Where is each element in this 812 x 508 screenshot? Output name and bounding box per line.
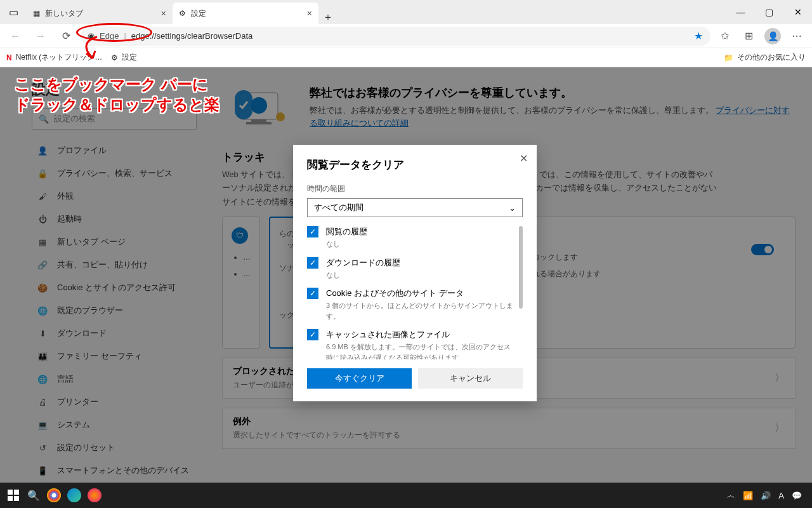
tray-ime[interactable]: A xyxy=(778,491,784,500)
item-sub: 3 個のサイトから。ほとんどのサイトからサインアウトします。 xyxy=(326,300,516,321)
minimize-button[interactable]: — xyxy=(726,0,755,24)
close-icon[interactable]: × xyxy=(307,8,312,18)
sidebar-item[interactable]: 👤プロファイル xyxy=(32,141,197,160)
start-button[interactable] xyxy=(4,486,23,505)
time-range-select[interactable]: すべての期間 ⌄ xyxy=(307,198,523,217)
settings-sidebar: 設定 🔍 設定の検索 👤プロファイル🔒プライバシー、検索、サービス🖌外観⏻起動時… xyxy=(0,67,203,483)
taskbar-firefox[interactable] xyxy=(88,488,102,502)
sidebar-item[interactable]: 🍪Cookie とサイトのアクセス許可 xyxy=(32,278,197,297)
svg-rect-7 xyxy=(8,496,13,501)
chevron-right-icon: 〉 xyxy=(775,371,785,385)
sidebar-item[interactable]: 🔒プライバシー、検索、サービス xyxy=(32,164,197,183)
nav-label: 設定のリセット xyxy=(57,442,115,453)
bookmark-settings[interactable]: ⚙ 設定 xyxy=(111,52,137,63)
sidebar-item[interactable]: ⬇ダウンロード xyxy=(32,324,197,343)
tab-settings[interactable]: ⚙ 設定 × xyxy=(173,3,318,24)
address-bar[interactable]: ◉ Edge | edge://settings/clearBrowserDat… xyxy=(80,27,710,46)
item-title: Cookie およびその他のサイト データ xyxy=(326,288,516,299)
scrollbar[interactable] xyxy=(519,226,523,309)
chevron-right-icon: 〉 xyxy=(775,422,785,435)
url-badge: Edge xyxy=(100,31,119,41)
item-sub: なし xyxy=(326,270,400,281)
menu-button[interactable]: ⋯ xyxy=(785,26,808,46)
sidebar-item[interactable]: 🔗共有、コピー、貼り付け xyxy=(32,255,197,274)
sidebar-item[interactable]: ⏻起動時 xyxy=(32,210,197,229)
close-window-button[interactable]: ✕ xyxy=(783,0,812,24)
page-title: 設定 xyxy=(32,80,197,99)
nav-label: システム xyxy=(57,419,90,431)
data-type-item[interactable]: ✓キャッシュされた画像とファイル6.9 MB を解放します。一部のサイトでは、次… xyxy=(307,329,516,359)
data-type-item[interactable]: ✓ダウンロードの履歴なし xyxy=(307,257,516,281)
search-taskbar[interactable]: 🔍 xyxy=(24,486,43,505)
folder-icon: 📁 xyxy=(724,53,733,62)
checkbox[interactable]: ✓ xyxy=(307,288,318,299)
back-button[interactable]: ← xyxy=(4,26,27,46)
edge-logo-icon: ◉ xyxy=(88,31,95,41)
tray-chevron-icon[interactable]: ︿ xyxy=(727,490,735,501)
sidebar-item[interactable]: 🌐既定のブラウザー xyxy=(32,301,197,320)
hero-heading: 弊社ではお客様のプライバシーを尊重しています。 xyxy=(310,85,796,100)
favorite-star-icon[interactable]: ★ xyxy=(694,30,703,42)
chevron-down-icon: ⌄ xyxy=(509,203,516,213)
data-type-item[interactable]: ✓閲覧の履歴なし xyxy=(307,226,516,250)
tab-new[interactable]: ▦ 新しいタブ × xyxy=(27,3,173,24)
taskbar[interactable]: 🔍 ︿ 📶 🔊 A 💬 xyxy=(0,483,812,508)
new-tab-button[interactable]: ＋ xyxy=(318,11,337,24)
taskbar-edge[interactable] xyxy=(67,488,81,502)
collections-button[interactable]: ⊞ xyxy=(737,26,760,46)
svg-rect-6 xyxy=(14,490,19,495)
reload-button[interactable]: ⟳ xyxy=(55,26,77,46)
gear-icon: ⚙ xyxy=(179,9,186,18)
other-favorites[interactable]: 📁 その他のお気に入り xyxy=(724,52,806,63)
bookmark-netflix[interactable]: N Netflix (ネットフリック… xyxy=(6,52,102,63)
checkbox[interactable]: ✓ xyxy=(307,257,318,269)
profile-button[interactable]: 👤 xyxy=(761,26,784,46)
netflix-icon: N xyxy=(6,53,12,62)
svg-rect-1 xyxy=(251,119,266,122)
nav-icon: ⏻ xyxy=(37,215,48,224)
tray-notifications-icon[interactable]: 💬 xyxy=(792,491,802,500)
settings-search[interactable]: 🔍 設定の検索 xyxy=(32,108,197,130)
sidebar-item[interactable]: 👪ファミリー セーフティ xyxy=(32,347,197,366)
tray-volume-icon[interactable]: 🔊 xyxy=(761,491,771,500)
cancel-button[interactable]: キャンセル xyxy=(418,368,523,389)
sidebar-item[interactable]: ▦新しいタブ ページ xyxy=(32,232,197,251)
favorites-button[interactable]: ✩ xyxy=(713,26,736,46)
data-type-item[interactable]: ✓Cookie およびその他のサイト データ3 個のサイトから。ほとんどのサイト… xyxy=(307,288,516,321)
sidebar-item[interactable]: 🖌外観 xyxy=(32,187,197,206)
taskbar-chrome[interactable] xyxy=(47,488,61,502)
nav-label: 新しいタブ ページ xyxy=(57,236,126,248)
nav-icon: ↺ xyxy=(37,443,48,453)
nav-icon: 💻 xyxy=(37,420,48,430)
nav-icon: 🔒 xyxy=(37,169,48,178)
toolbar: ← → ⟳ ◉ Edge | edge://settings/clearBrow… xyxy=(0,24,812,48)
clear-browsing-data-dialog: ✕ 閲覧データをクリア 時間の範囲 すべての期間 ⌄ ✓閲覧の履歴なし✓ダウンロ… xyxy=(293,145,537,401)
nav-icon: 🌐 xyxy=(37,306,48,316)
nav-icon: 🌐 xyxy=(37,375,48,384)
clear-now-button[interactable]: 今すぐクリア xyxy=(307,368,412,389)
close-dialog-button[interactable]: ✕ xyxy=(520,152,528,164)
maximize-button[interactable]: ▢ xyxy=(755,0,783,24)
nav-icon: 🖨 xyxy=(37,398,48,407)
checkbox[interactable]: ✓ xyxy=(307,329,318,340)
nav-label: Cookie とサイトのアクセス許可 xyxy=(57,282,176,293)
sidebar-item[interactable]: 💻システム xyxy=(32,415,197,434)
tab-actions-button[interactable]: ▭ xyxy=(3,1,24,23)
tray-network-icon[interactable]: 📶 xyxy=(743,491,753,500)
search-icon: 🔍 xyxy=(39,114,49,124)
tracking-card-basic[interactable]: 🛡 …… xyxy=(222,217,260,349)
forward-button[interactable]: → xyxy=(29,26,52,46)
page-icon: ▦ xyxy=(33,9,40,18)
nav-label: 言語 xyxy=(57,373,74,385)
titlebar: ▭ ▦ 新しいタブ × ⚙ 設定 × ＋ — ▢ ✕ xyxy=(0,0,812,24)
privacy-hero-icon xyxy=(222,85,292,132)
tab-title: 設定 xyxy=(191,8,206,19)
tracking-toggle[interactable] xyxy=(751,244,774,255)
sidebar-item[interactable]: 🖨プリンター xyxy=(32,392,197,411)
sidebar-item[interactable]: 🌐言語 xyxy=(32,370,197,389)
sidebar-item[interactable]: 📱スマートフォンとその他のデバイス xyxy=(32,461,197,480)
close-icon[interactable]: × xyxy=(161,8,166,18)
checkbox[interactable]: ✓ xyxy=(307,226,318,237)
sidebar-item[interactable]: ↺設定のリセット xyxy=(32,438,197,457)
exceptions-panel[interactable]: 例外 選択したサイトですべてのトラッカーを許可する 〉 xyxy=(222,408,796,449)
